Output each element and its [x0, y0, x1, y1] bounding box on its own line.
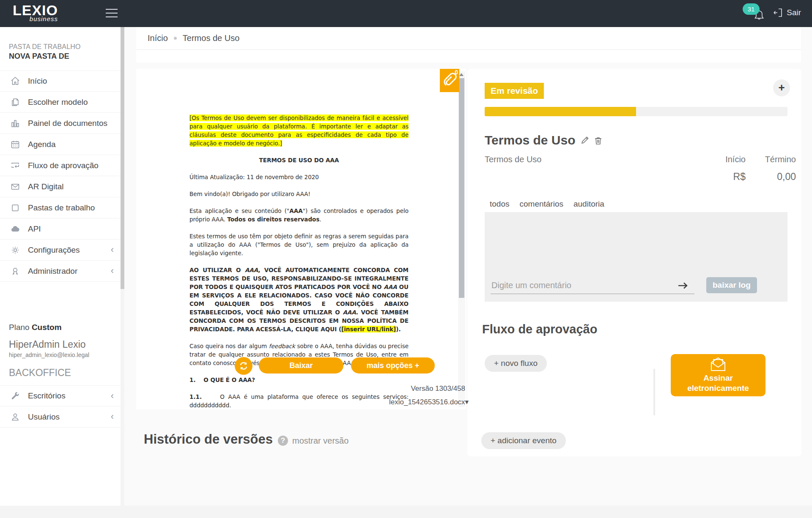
chevron-left-icon: ‹	[111, 266, 114, 276]
sidebar-item-agenda[interactable]: Agenda	[0, 134, 121, 155]
refresh-icon	[239, 361, 249, 371]
sidebar-item-fluxo-aprovacao[interactable]: Fluxo de aprovação	[0, 155, 121, 176]
sidebar: PASTA DE TRABALHO NOVA PASTA DE Início E…	[0, 27, 124, 506]
sidebar-item-pastas-trabalho[interactable]: Pastas de trabalho	[0, 197, 121, 218]
cloud-icon	[10, 224, 21, 234]
tab-todos[interactable]: todos	[485, 196, 514, 212]
tab-auditoria[interactable]: auditoria	[568, 196, 609, 212]
sidebar-item-label: API	[28, 224, 41, 234]
tab-comentarios[interactable]: comentários	[514, 196, 568, 212]
sign-label: Assinar eletronicamente	[684, 373, 752, 393]
amount-value: 0,00	[752, 171, 796, 183]
filename-dropdown[interactable]: lexio_1542653516.docx▾	[389, 398, 468, 406]
help-icon[interactable]: ?	[278, 436, 288, 446]
sidebar-scrollbar[interactable]	[121, 27, 124, 506]
add-button[interactable]: +	[773, 79, 790, 96]
sidebar-item-label: Usuários	[28, 412, 60, 422]
wrench-icon	[10, 391, 21, 401]
mail-icon	[10, 182, 21, 192]
menu-toggle-icon[interactable]	[106, 9, 118, 18]
sidebar-item-configuracoes[interactable]: Configurações ‹	[0, 240, 121, 261]
attachments-button[interactable]: 0	[440, 69, 459, 92]
more-options-button[interactable]: mais opções +	[351, 357, 435, 374]
sidebar-item-label: Painel de documentos	[28, 119, 107, 128]
breadcrumb-card: Início Termos de Uso	[136, 27, 801, 63]
sidebar-item-escolher-modelo[interactable]: Escolher modelo	[0, 92, 121, 113]
comment-input[interactable]	[491, 279, 694, 294]
footer-strip	[0, 506, 812, 518]
backoffice-label: BACKOFFICE	[9, 367, 71, 379]
topbar: LEXIO business 31 Sair	[0, 0, 812, 27]
add-event-button[interactable]: + adicionar evento	[481, 432, 566, 449]
envelope-open-icon	[710, 357, 727, 371]
sidebar-item-label: Escritórios	[28, 391, 66, 401]
termino-label: Término	[752, 155, 796, 164]
logout-button[interactable]: Sair	[773, 8, 801, 18]
sidebar-item-label: Administrador	[28, 267, 77, 276]
inicio-label: Início	[708, 155, 746, 164]
download-log-button[interactable]: baixar log	[706, 277, 757, 293]
exit-icon	[773, 8, 783, 18]
logout-label: Sair	[787, 8, 801, 17]
detail-panel: Em revisão + Termos de Uso Termos de Uso…	[467, 69, 801, 456]
user-name: HiperAdmin Lexio	[9, 339, 86, 350]
sidebar-item-ar-digital[interactable]: AR Digital	[0, 176, 121, 197]
approval-flow-title: Fluxo de aprovação	[482, 322, 597, 336]
sign-electronically-button[interactable]: Assinar eletronicamente	[671, 354, 765, 396]
breadcrumb-home-link[interactable]: Início	[148, 33, 168, 43]
document-subtitle: Termos de Uso	[485, 155, 542, 164]
backoffice-nav: Escritórios ‹ Usuários ‹	[0, 385, 121, 428]
flow-divider	[653, 369, 655, 415]
notification-count-badge[interactable]: 31	[743, 3, 760, 15]
home-icon	[10, 76, 21, 86]
sidebar-item-label: Configurações	[28, 245, 80, 255]
sidebar-item-label: AR Digital	[28, 182, 63, 191]
calendar-icon	[10, 139, 21, 150]
chevron-left-icon: ‹	[111, 245, 114, 255]
lexio-logo[interactable]: LEXIO business	[13, 3, 58, 22]
user-email: hiper_admin_lexio@lexio.legal	[9, 352, 89, 358]
progress-fill	[485, 107, 636, 116]
refresh-button[interactable]	[235, 357, 252, 375]
copy-icon	[10, 97, 21, 107]
chevron-left-icon: ‹	[111, 412, 114, 422]
plan-info: Plano Custom	[9, 323, 62, 332]
delete-icon[interactable]	[594, 136, 602, 145]
sidebar-item-inicio[interactable]: Início	[0, 71, 121, 92]
folder-icon	[10, 203, 21, 213]
gear-icon	[10, 245, 21, 255]
sidebar-item-label: Fluxo de aprovação	[28, 161, 99, 170]
workspace-name: NOVA PASTA DE	[9, 52, 69, 61]
breadcrumb-separator	[174, 37, 177, 40]
admin-icon	[10, 266, 21, 276]
send-comment-icon[interactable]	[678, 281, 689, 290]
sidebar-item-administrador[interactable]: Administrador ‹	[0, 261, 121, 282]
show-version-link[interactable]: mostrar versão	[292, 436, 348, 446]
currency-value: R$	[708, 171, 746, 183]
sidebar-item-painel-documentos[interactable]: Painel de documentos	[0, 113, 121, 134]
download-button[interactable]: Baixar	[259, 357, 343, 374]
scroll-up-icon[interactable]	[459, 73, 464, 76]
sidebar-nav: Início Escolher modelo Painel de documen…	[0, 71, 121, 282]
status-badge: Em revisão	[485, 83, 544, 99]
edit-icon[interactable]	[581, 136, 589, 144]
flow-icon	[10, 161, 21, 171]
sidebar-item-api[interactable]: API	[0, 218, 121, 240]
new-flow-button[interactable]: + novo fluxo	[485, 355, 547, 372]
sidebar-item-escritorios[interactable]: Escritórios ‹	[0, 385, 121, 406]
version-label: Versão 1303/458	[393, 384, 465, 393]
lexio-app: LEXIO business 31 Sair PASTA DE TRABALHO…	[0, 0, 812, 518]
document-scrollbar[interactable]	[458, 71, 465, 407]
scrollbar-thumb[interactable]	[459, 78, 464, 298]
version-history-title: Histórico de versões	[144, 432, 273, 447]
plan-name: Custom	[32, 323, 62, 332]
document-title: Termos de Uso	[485, 133, 576, 147]
caret-down-icon: ▾	[465, 398, 469, 406]
chevron-left-icon: ‹	[111, 391, 114, 401]
sidebar-item-usuarios[interactable]: Usuários ‹	[0, 406, 121, 428]
chart-icon	[10, 118, 21, 128]
progress-bar	[485, 107, 787, 116]
sidebar-item-label: Início	[28, 76, 47, 86]
sidebar-item-label: Pastas de trabalho	[28, 203, 95, 213]
activity-tabs: todos comentários auditoria	[485, 196, 609, 212]
